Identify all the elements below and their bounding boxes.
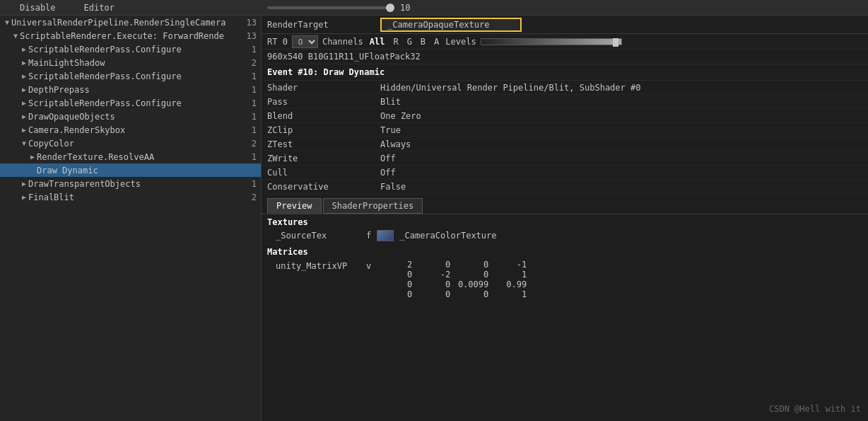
matrix-cell-0-11: 0.99 (491, 279, 527, 289)
tree-label-srp-configure-2: ScriptableRenderPass.Configure (28, 71, 250, 81)
prop-key-3: ZClip (267, 125, 380, 135)
resolution-text: 960x540 B10G11R11_UFloatPack32 (267, 52, 421, 62)
slider-container[interactable]: 10 (267, 3, 862, 13)
tree-count-srp-configure-2: 1 (250, 71, 261, 81)
matrices-container: unity_MatrixVPv200-10-201000.00990.99000… (262, 258, 868, 301)
tree-item-srp-configure-3[interactable]: ▶ScriptableRenderPass.Configure1 (0, 96, 261, 110)
tree-item-main-light-shadow[interactable]: ▶MainLightShadow2 (0, 56, 261, 69)
prop-key-4: ZTest (267, 139, 380, 149)
rt-dropdown[interactable]: 0 (292, 35, 318, 48)
tree-arrow-draw-opaque: ▶ (20, 113, 28, 120)
tree-item-draw-transparent[interactable]: ▶DrawTransparentObjects1 (0, 177, 261, 190)
channel-b[interactable]: B (418, 36, 428, 47)
matrix-name-0: unity_MatrixVP (276, 260, 360, 271)
left-panel: ▼UniversalRenderPipeline.RenderSingleCam… (0, 16, 262, 421)
tree-arrow-copy-color: ▼ (20, 139, 28, 147)
tree-label-draw-opaque: DrawOpaqueObjects (28, 112, 250, 122)
prop-key-0: Shader (267, 83, 380, 93)
tree-arrow-render-texture: ▶ (28, 153, 37, 161)
properties-container: ShaderHidden/Universal Render Pipeline/B… (262, 81, 868, 194)
tree-item-depth-prepass[interactable]: ▶DepthPrepass1 (0, 83, 261, 96)
tree-arrow-srp-configure-2: ▶ (20, 72, 28, 80)
render-target-label: RenderTarget (267, 20, 380, 30)
matrices-header: Matrices (262, 244, 868, 258)
right-panel: RenderTarget _CameraOpaqueTexture RT 0 0… (262, 16, 868, 421)
tree-item-srp-configure-1[interactable]: ▶ScriptableRenderPass.Configure1 (0, 42, 261, 56)
tree-item-final-blit[interactable]: ▶FinalBlit2 (0, 190, 261, 204)
matrix-cell-0-12: 0 (377, 289, 412, 299)
tree-count-render-texture: 1 (250, 152, 261, 162)
slider-track[interactable] (267, 6, 394, 9)
prop-row-4: ZTestAlways (262, 137, 868, 151)
channel-g[interactable]: G (405, 36, 414, 47)
tree-item-draw-dynamic[interactable]: Draw Dynamic (0, 163, 261, 177)
channel-a[interactable]: A (432, 36, 441, 47)
tree-label-scriptable-renderer: ScriptableRenderer.Execute: ForwardRende (20, 31, 247, 41)
tree-item-copy-color[interactable]: ▼CopyColor2 (0, 137, 261, 150)
texture-label-0: _CameraColorTexture (399, 231, 496, 241)
top-bar-right: 10 (262, 3, 868, 13)
render-target-value: _CameraOpaqueTexture (380, 18, 522, 32)
prop-key-5: ZWrite (267, 154, 380, 163)
matrix-row-0: unity_MatrixVPv200-10-201000.00990.99000… (262, 258, 868, 301)
prop-row-3: ZClipTrue (262, 123, 868, 137)
tabs-row: PreviewShaderProperties (262, 194, 868, 214)
tree-label-copy-color: CopyColor (28, 139, 250, 149)
channel-r[interactable]: R (391, 36, 400, 47)
rt-row: RT 0 0 Channels All R G B A Levels (262, 34, 868, 50)
watermark: CSDN @Hell with it (769, 404, 861, 414)
levels-label: Levels (445, 37, 476, 47)
tree-item-srp-configure-2[interactable]: ▶ScriptableRenderPass.Configure1 (0, 69, 261, 83)
tree-count-depth-prepass: 1 (250, 85, 261, 95)
tree-arrow-draw-transparent: ▶ (20, 180, 28, 188)
levels-bar[interactable] (481, 38, 622, 45)
tree-label-draw-transparent: DrawTransparentObjects (28, 179, 250, 189)
matrix-cell-0-13: 0 (415, 289, 450, 299)
texture-thumb-0 (377, 230, 394, 241)
tree-item-camera-skybox[interactable]: ▶Camera.RenderSkybox1 (0, 123, 261, 137)
matrix-cell-0-2: 0 (453, 260, 488, 270)
tree-item-draw-opaque[interactable]: ▶DrawOpaqueObjects1 (0, 110, 261, 123)
tree-arrow-scriptable-renderer: ▼ (11, 32, 20, 40)
matrix-values-0: 200-10-201000.00990.990001 (377, 260, 527, 299)
channels-label: Channels (322, 37, 363, 47)
tree-label-camera-skybox: Camera.RenderSkybox (28, 125, 250, 135)
textures-header: Textures (262, 214, 868, 229)
slider-thumb (386, 4, 394, 12)
tree-label-draw-dynamic: Draw Dynamic (37, 166, 250, 175)
matrix-cell-0-5: -2 (415, 270, 450, 279)
tab-preview[interactable]: Preview (267, 198, 322, 214)
tree-count-final-blit: 2 (250, 192, 261, 202)
texture-type-0: f (366, 231, 371, 241)
main-layout: ▼UniversalRenderPipeline.RenderSingleCam… (0, 16, 868, 421)
tree-item-scriptable-renderer[interactable]: ▼ScriptableRenderer.Execute: ForwardRend… (0, 29, 261, 42)
tree-count-draw-transparent: 1 (250, 179, 261, 189)
tree-count-main-light-shadow: 2 (250, 58, 261, 68)
tab-shaderproperties[interactable]: ShaderProperties (323, 198, 423, 214)
editor-label[interactable]: Editor (70, 3, 129, 13)
prop-row-5: ZWriteOff (262, 151, 868, 166)
disable-label[interactable]: Disable (6, 3, 70, 13)
matrix-cell-0-4: 0 (377, 270, 412, 279)
matrix-cell-0-8: 0 (377, 279, 412, 289)
render-target-row: RenderTarget _CameraOpaqueTexture (262, 16, 868, 34)
matrix-cell-0-3: -1 (491, 260, 527, 270)
texture-name-0: _SourceTex (276, 231, 360, 241)
tree-label-srp-configure-3: ScriptableRenderPass.Configure (28, 98, 250, 108)
textures-container: _SourceTexf_CameraColorTexture (262, 229, 868, 244)
tree-arrow-urp: ▼ (3, 18, 11, 26)
channel-all[interactable]: All (368, 36, 387, 47)
tree-item-urp[interactable]: ▼UniversalRenderPipeline.RenderSingleCam… (0, 16, 261, 29)
tree-arrow-depth-prepass: ▶ (20, 86, 28, 93)
prop-val-2: One Zero (380, 111, 862, 121)
tree-arrow-main-light-shadow: ▶ (20, 59, 28, 67)
tree-count-copy-color: 2 (250, 139, 261, 149)
prop-val-0: Hidden/Universal Render Pipeline/Blit, S… (380, 83, 862, 93)
prop-key-2: Blend (267, 111, 380, 121)
rt-label: RT 0 (267, 37, 288, 47)
matrix-type-0: v (366, 260, 371, 271)
tree-item-render-texture[interactable]: ▶RenderTexture.ResolveAA1 (0, 150, 261, 163)
matrix-cell-0-10: 0.0099 (453, 279, 488, 289)
top-bar-left: Disable Editor (0, 3, 262, 13)
prop-val-4: Always (380, 139, 862, 149)
